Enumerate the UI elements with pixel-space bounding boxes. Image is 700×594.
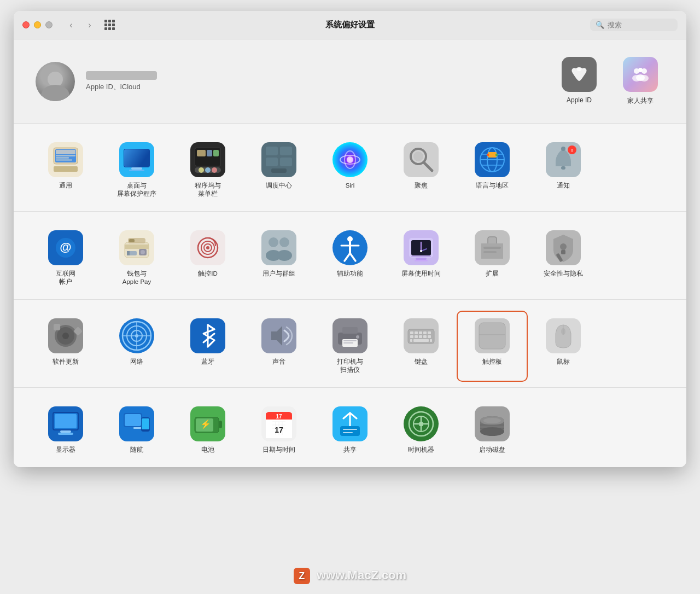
svg-rect-121 — [342, 327, 358, 334]
displays-item[interactable]: 显示器 — [30, 399, 101, 462]
svg-point-107 — [62, 333, 69, 339]
datetime-icon: 17 17 — [261, 406, 296, 441]
avatar[interactable] — [36, 62, 75, 101]
icon-grid-4: 显示器 随航 — [30, 399, 670, 462]
svg-point-6 — [636, 74, 645, 81]
svg-point-30 — [212, 167, 217, 173]
dock-label: 程序坞与菜单栏 — [195, 182, 221, 198]
svg-rect-135 — [419, 335, 422, 338]
datetime-item[interactable]: 17 17 日期与时间 — [243, 399, 314, 462]
spotlight-item[interactable]: 聚焦 — [386, 135, 457, 206]
battery-item[interactable]: ⚡ 电池 — [172, 399, 243, 462]
desktop-label: 桌面与屏幕保护程序 — [117, 182, 156, 198]
handoff-label: 随航 — [130, 446, 143, 454]
network-icon — [119, 318, 154, 353]
sound-icon — [261, 318, 296, 353]
maximize-button[interactable] — [45, 21, 52, 28]
minimize-button[interactable] — [34, 21, 41, 28]
svg-rect-32 — [266, 147, 278, 155]
mission-item[interactable]: 调度中心 — [243, 135, 314, 206]
svg-rect-140 — [430, 339, 432, 342]
svg-point-3 — [638, 68, 643, 72]
forward-button[interactable]: › — [82, 18, 97, 33]
svg-text:17: 17 — [275, 426, 283, 434]
sharing-icon — [332, 406, 368, 441]
screentime-item[interactable]: 屏幕使用时间 — [386, 223, 457, 294]
softwareupdate-icon — [48, 318, 83, 353]
search-input[interactable] — [608, 21, 673, 29]
touchid-item[interactable]: 触控ID — [172, 223, 243, 294]
profile-subtitle[interactable]: Apple ID、iCloud — [86, 82, 157, 92]
network-item[interactable]: 网络 — [101, 311, 172, 382]
desktop-icon — [119, 142, 154, 177]
svg-point-78 — [279, 237, 289, 247]
svg-point-92 — [420, 250, 422, 252]
svg-rect-157 — [142, 418, 149, 429]
close-button[interactable] — [22, 21, 30, 28]
internet-item[interactable]: @ 互联网帐户 — [30, 223, 101, 294]
language-item[interactable]: 语言与地区 — [457, 135, 528, 206]
datetime-label: 日期与时间 — [262, 446, 295, 454]
printers-item[interactable]: 打印机与扫描仪 — [314, 311, 386, 382]
profile-name-blur — [86, 71, 157, 80]
siri-item[interactable]: Siri — [314, 135, 386, 206]
svg-rect-66 — [127, 251, 130, 255]
section-hardware: 软件更新 网络 — [14, 300, 686, 388]
mouse-label: 鼠标 — [557, 358, 570, 366]
svg-rect-151 — [60, 430, 71, 433]
keyboard-item[interactable]: 键盘 — [386, 311, 457, 382]
svg-point-0 — [577, 68, 581, 71]
security-item[interactable]: 安全性与隐私 — [528, 223, 599, 294]
printers-icon — [332, 318, 368, 353]
sound-item[interactable]: 声音 — [243, 311, 314, 382]
screentime-icon — [404, 230, 439, 265]
svg-rect-124 — [343, 342, 353, 343]
desktop-item[interactable]: 桌面与屏幕保护程序 — [101, 135, 172, 206]
family-sharing-item[interactable]: 家人共享 — [616, 53, 664, 110]
printers-label: 打印机与扫描仪 — [337, 358, 363, 374]
svg-text:@: @ — [60, 240, 71, 254]
svg-rect-9 — [54, 166, 78, 172]
svg-text:17: 17 — [276, 414, 282, 420]
extensions-item[interactable]: 扩展 — [457, 223, 528, 294]
svg-rect-108 — [54, 324, 60, 330]
touchid-icon — [190, 230, 225, 265]
security-icon — [546, 230, 581, 265]
grid-icon — [104, 20, 115, 30]
handoff-item[interactable]: 随航 — [101, 399, 172, 462]
users-icon — [261, 230, 296, 265]
accessibility-icon — [332, 230, 368, 265]
general-icon — [48, 142, 83, 177]
notifications-item[interactable]: ! 通知 — [528, 135, 599, 206]
svg-rect-142 — [479, 323, 505, 349]
back-button[interactable]: ‹ — [63, 18, 79, 33]
sharing-label: 共享 — [343, 446, 357, 454]
internet-label: 互联网帐户 — [56, 270, 75, 286]
accessibility-item[interactable]: 辅助功能 — [314, 223, 386, 294]
wallet-item[interactable]: 钱包与Apple Pay — [101, 223, 172, 294]
startup-item[interactable]: 启动磁盘 — [457, 399, 528, 462]
svg-rect-131 — [423, 331, 427, 334]
softwareupdate-item[interactable]: 软件更新 — [30, 311, 101, 382]
bluetooth-item[interactable]: 蓝牙 — [172, 311, 243, 382]
sharing-item[interactable]: 共享 — [314, 399, 386, 462]
trackpad-item[interactable]: 触控板 — [457, 311, 528, 382]
svg-rect-123 — [343, 340, 357, 341]
search-box[interactable]: 🔍 — [590, 19, 678, 31]
notifications-label: 通知 — [557, 182, 570, 190]
svg-point-146 — [561, 328, 565, 335]
svg-rect-55 — [561, 166, 565, 170]
users-item[interactable]: 用户与群组 — [243, 223, 314, 294]
family-sharing-label: 家人共享 — [627, 96, 654, 106]
apple-id-item[interactable]: Apple ID — [555, 53, 603, 110]
spotlight-label: 聚焦 — [415, 182, 428, 190]
svg-point-75 — [206, 246, 209, 249]
grid-view-button[interactable] — [102, 18, 117, 33]
general-item[interactable]: 通用 — [30, 135, 101, 206]
svg-point-28 — [199, 167, 204, 173]
timemachine-item[interactable]: 时间机器 — [386, 399, 457, 462]
svg-rect-139 — [410, 339, 412, 342]
mouse-item[interactable]: 鼠标 — [528, 311, 599, 382]
internet-icon: @ — [48, 230, 83, 265]
dock-item[interactable]: 程序坞与菜单栏 — [172, 135, 243, 206]
